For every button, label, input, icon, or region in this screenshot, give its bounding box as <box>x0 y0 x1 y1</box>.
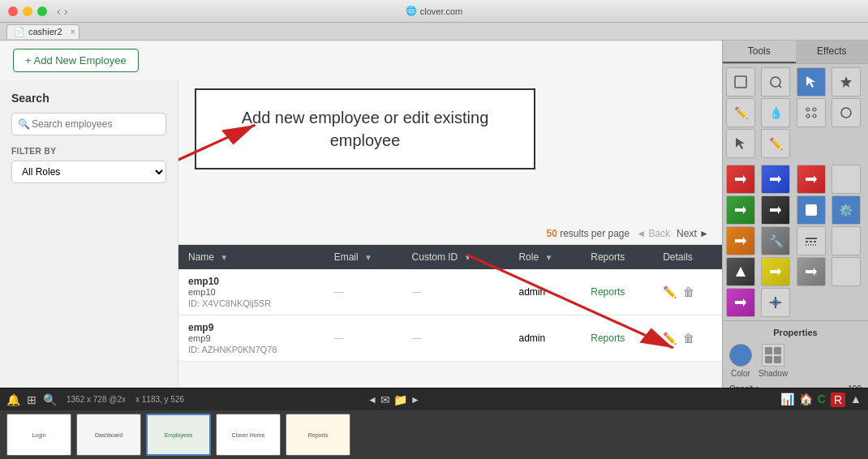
search-input[interactable] <box>11 113 166 135</box>
col-custom-id[interactable]: Custom ID ▼ <box>402 245 509 269</box>
home-icon[interactable]: 🏠 <box>799 393 813 407</box>
shadow-picker[interactable] <box>762 344 784 367</box>
employee-table-body: emp10 emp10 ID: X4VC8NKQlj5SR — — admin … <box>178 269 722 362</box>
circle-grid-tool[interactable] <box>797 98 826 127</box>
empty-tool-3[interactable] <box>831 257 861 286</box>
star-tool[interactable] <box>831 67 861 97</box>
svg-marker-17 <box>735 206 746 214</box>
cell-email-1: — <box>324 315 402 362</box>
cross-tool[interactable] <box>761 288 790 317</box>
r-icon[interactable]: R <box>831 393 845 407</box>
col-email[interactable]: Email ▼ <box>324 245 402 269</box>
svg-marker-6 <box>806 76 815 88</box>
orange-arrow-tool[interactable] <box>726 226 755 255</box>
cell-role-1: admin <box>509 315 581 362</box>
svg-marker-14 <box>735 175 746 183</box>
thumbnail-2[interactable]: Dashboard <box>76 414 141 456</box>
pencil2-tool[interactable]: ✏️ <box>761 129 790 158</box>
lasso-tool[interactable] <box>761 67 790 97</box>
blue-arrow-right-tool[interactable] <box>761 165 790 194</box>
green-arrow-tool[interactable] <box>726 195 755 225</box>
dark-arrow-tool[interactable] <box>726 257 755 286</box>
folder-icon[interactable]: 📁 <box>393 393 407 406</box>
purple-arrow-tool[interactable] <box>726 288 755 317</box>
wrench-tool[interactable]: 🔧 <box>761 226 790 255</box>
circle-tool[interactable] <box>831 98 861 127</box>
thumbnail-5[interactable]: Reports <box>286 414 350 456</box>
pencil-tool[interactable]: ✏️ <box>726 98 755 127</box>
back-button[interactable]: ‹ <box>57 5 61 18</box>
bottom-bar: 🔔 ⊞ 🔍 1362 x 728 @2x x 1183, y 526 ◄ ✉ 📁… <box>0 388 868 410</box>
reports-link-1[interactable]: Reports <box>591 332 625 344</box>
blue-solid-tool[interactable] <box>797 195 826 225</box>
maximize-dot[interactable] <box>37 6 47 16</box>
content-area: Search 🔍 FILTER BY All Roles Admin Emplo… <box>0 80 722 388</box>
window-title: 🌐 clover.com <box>406 6 463 16</box>
results-count: 50 results per page <box>546 228 630 239</box>
close-dot[interactable] <box>8 6 18 16</box>
minimize-dot[interactable] <box>23 6 32 16</box>
shadow-label: Shadow <box>758 369 788 378</box>
forward-button[interactable]: › <box>64 5 68 18</box>
col-details[interactable]: Details <box>653 245 722 269</box>
col-reports[interactable]: Reports <box>581 245 653 269</box>
yellow-arrow-tool[interactable] <box>761 257 790 286</box>
edit-icon-0[interactable]: ✏️ <box>663 285 677 298</box>
black-arrow-tool[interactable] <box>761 195 790 225</box>
svg-marker-15 <box>770 175 781 183</box>
zoom-icon[interactable]: 🔍 <box>43 393 57 406</box>
table-row: emp10 emp10 ID: X4VC8NKQlj5SR — — admin … <box>178 269 722 315</box>
red-arrow2-tool[interactable] <box>797 165 826 194</box>
cursor-tool[interactable] <box>797 67 826 97</box>
active-tab[interactable]: 📄 cashier2 × <box>6 24 79 39</box>
arrow-up-icon[interactable]: ▲ <box>850 393 862 407</box>
grid-icon[interactable]: ⊞ <box>27 393 37 406</box>
delete-icon-1[interactable]: 🗑 <box>683 332 694 345</box>
svg-line-5 <box>779 85 781 88</box>
col-role[interactable]: Role ▼ <box>509 245 581 269</box>
thumbnail-1[interactable]: Login <box>6 414 71 456</box>
nav-left-btn[interactable]: ◄ <box>367 393 377 406</box>
cell-reports-0: Reports <box>581 269 653 315</box>
svg-marker-27 <box>735 298 746 307</box>
thumbnail-strip: Login Dashboard Employees Clover Home Re… <box>0 410 868 459</box>
empty-tool-2[interactable] <box>831 226 861 255</box>
col-name[interactable]: Name ▼ <box>178 245 324 269</box>
tab-effects[interactable]: Effects <box>796 41 869 63</box>
bell-icon[interactable]: 🔔 <box>6 393 20 406</box>
role-filter-select[interactable]: All Roles Admin Employee Manager <box>11 161 166 183</box>
table-header-row: Name ▼ Email ▼ Custom ID ▼ Role ▼ Report… <box>178 245 722 269</box>
back-link[interactable]: ◄ Back <box>636 228 670 239</box>
red-arrow-right-tool[interactable] <box>726 165 755 194</box>
selection-rect-tool[interactable] <box>726 67 755 97</box>
chart-icon[interactable]: 📊 <box>780 393 794 407</box>
tab-bar: 📄 cashier2 × <box>0 23 868 41</box>
svg-marker-20 <box>735 237 746 245</box>
tab-close[interactable]: × <box>71 28 75 36</box>
color-picker[interactable] <box>729 344 752 367</box>
gray2-tool[interactable] <box>797 257 826 286</box>
tab-tools[interactable]: Tools <box>723 41 796 63</box>
delete-icon-0[interactable]: 🗑 <box>683 285 694 298</box>
cell-custom-id-1: — <box>402 315 509 362</box>
action-icons-1: ✏️ 🗑 <box>663 332 712 345</box>
add-employee-button[interactable]: + Add New Employee <box>13 49 139 72</box>
svg-marker-18 <box>770 206 781 214</box>
left-panel: + Add New Employee Search 🔍 FILTER BY Al… <box>0 41 722 388</box>
nav-right-btn[interactable]: ► <box>410 393 420 406</box>
settings-tool[interactable]: ⚙️ <box>831 195 861 225</box>
edit-icon-1[interactable]: ✏️ <box>663 332 677 345</box>
dashes-tool[interactable] <box>797 226 826 255</box>
thumbnail-3[interactable]: Employees <box>146 414 211 456</box>
thumbnail-4[interactable]: Clover Home <box>216 414 281 456</box>
svg-point-9 <box>813 108 816 111</box>
bottom-right-icons: 📊 🏠 C R ▲ <box>780 393 862 407</box>
empty-tool-1[interactable] <box>831 165 861 194</box>
bottom-nav: ◄ ✉ 📁 ► <box>367 393 420 406</box>
clover-icon[interactable]: C <box>818 393 826 407</box>
drop-tool[interactable]: 💧 <box>761 98 790 127</box>
next-link[interactable]: Next ► <box>677 228 709 239</box>
cursor2-tool[interactable] <box>726 129 755 158</box>
email-icon[interactable]: ✉ <box>380 393 390 406</box>
reports-link-0[interactable]: Reports <box>591 286 625 298</box>
